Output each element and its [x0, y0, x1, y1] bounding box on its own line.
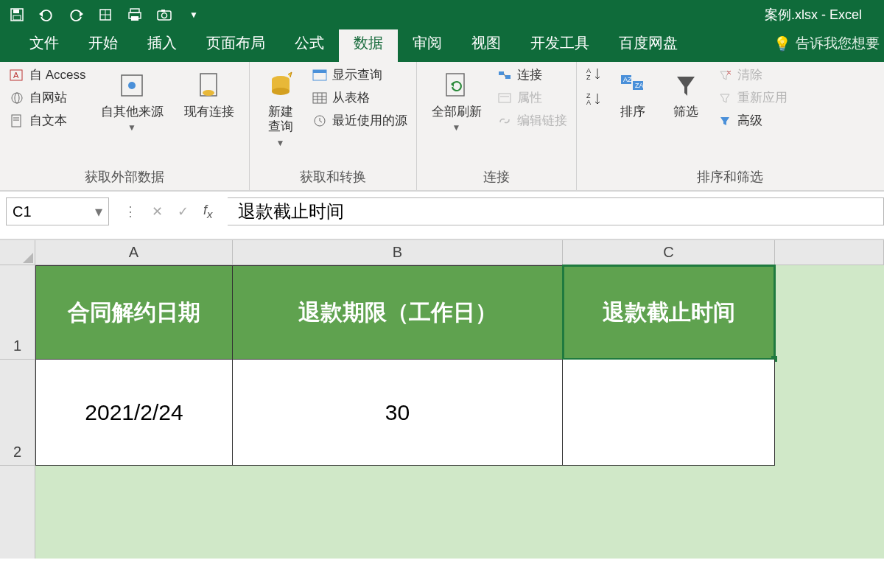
enter-formula-icon[interactable]: ✓ — [178, 203, 189, 220]
cell-d2[interactable] — [775, 360, 884, 466]
group-get-transform: 新建 查询 ▼ 显示查询 从表格 最近使用的源 获取和转换 — [250, 62, 417, 190]
tab-page-layout[interactable]: 页面布局 — [192, 26, 280, 62]
col-header-b[interactable]: B — [233, 240, 563, 265]
window-title: 案例.xlsx - Excel — [765, 6, 862, 24]
show-queries-icon — [312, 68, 328, 83]
row-header-1[interactable]: 1 — [0, 265, 35, 360]
chevron-down-icon: ▼ — [276, 138, 285, 148]
existing-connections-button[interactable]: 现有连接 — [178, 66, 240, 122]
qat-customize-icon[interactable]: ▼ — [186, 7, 202, 23]
cell-b1[interactable]: 退款期限（工作日） — [233, 265, 563, 360]
access-icon: A — [9, 68, 25, 83]
chevron-down-icon[interactable]: ▾ — [95, 203, 102, 220]
edit-links-label: 编辑链接 — [517, 112, 567, 129]
sort-desc-icon: ZA — [586, 91, 602, 106]
svg-rect-11 — [161, 10, 165, 12]
col-header-a[interactable]: A — [35, 240, 233, 265]
svg-line-37 — [504, 74, 505, 77]
filter-button[interactable]: 筛选 — [664, 66, 708, 122]
refresh-icon — [441, 69, 473, 102]
cell-d3[interactable] — [775, 466, 884, 559]
title-bar: ▼ 案例.xlsx - Excel — [0, 0, 884, 29]
undo-icon[interactable] — [38, 7, 55, 23]
svg-rect-38 — [499, 94, 511, 102]
reapply-button: 重新应用 — [717, 89, 787, 106]
svg-point-25 — [272, 88, 290, 95]
refresh-all-button[interactable]: 全部刷新 ▼ — [426, 66, 488, 136]
svg-rect-27 — [313, 70, 326, 73]
lightbulb-icon: 💡 — [774, 35, 791, 52]
sort-button[interactable]: AZZA 排序 — [611, 66, 655, 122]
tab-review[interactable]: 审阅 — [398, 26, 457, 62]
recent-sources-button[interactable]: 最近使用的源 — [312, 112, 407, 129]
save-icon[interactable] — [9, 7, 25, 23]
from-text-label: 自文本 — [29, 112, 67, 129]
show-queries-button[interactable]: 显示查询 — [312, 66, 407, 83]
from-table-button[interactable]: 从表格 — [312, 89, 407, 106]
from-web-button[interactable]: 自网站 — [9, 89, 86, 106]
tell-me-search[interactable]: 💡 告诉我您想要 — [774, 34, 884, 62]
tab-view[interactable]: 视图 — [457, 26, 516, 62]
other-sources-icon — [116, 69, 148, 102]
tab-file[interactable]: 文件 — [15, 26, 74, 62]
tab-home[interactable]: 开始 — [74, 26, 133, 62]
col-header-c[interactable]: C — [563, 240, 775, 265]
sort-asc-button[interactable]: AZ — [586, 66, 602, 81]
formula-value: 退款截止时间 — [238, 200, 344, 223]
touch-mode-icon[interactable] — [97, 7, 113, 23]
cell-b2[interactable]: 30 — [233, 360, 563, 466]
select-all-corner[interactable] — [0, 240, 35, 265]
ribbon: A自 Access 自网站 自文本 自其他来源 ▼ 现有连接 获取外部数据 新建… — [0, 62, 884, 192]
edit-links-icon — [497, 113, 513, 128]
row-header-2[interactable]: 2 — [0, 360, 35, 466]
new-query-icon — [264, 69, 297, 102]
formula-options-icon[interactable]: ⋮ — [124, 203, 137, 220]
svg-text:ZA: ZA — [635, 82, 644, 89]
formula-bar-buttons: ⋮ ✕ ✓ fx — [109, 203, 228, 220]
connections-button[interactable]: 连接 — [497, 66, 567, 83]
tab-data[interactable]: 数据 — [339, 26, 398, 62]
from-text-button[interactable]: 自文本 — [9, 112, 86, 129]
row-headers-column: 1 2 — [0, 240, 35, 588]
sort-asc-icon: AZ — [586, 66, 602, 81]
fx-icon[interactable]: fx — [203, 203, 213, 220]
cell-c2[interactable] — [563, 360, 775, 466]
col-header-d[interactable] — [775, 240, 884, 265]
clear-filter-button: 清除 — [717, 66, 787, 83]
sort-desc-button[interactable]: ZA — [586, 91, 602, 106]
row-header-3[interactable] — [0, 466, 35, 559]
from-other-sources-button[interactable]: 自其他来源 ▼ — [95, 66, 169, 136]
grid: A B C 合同解约日期 退款期限（工作日） 退款截止时间 2021/2/24 … — [35, 240, 884, 588]
print-icon[interactable] — [127, 7, 143, 23]
tab-developer[interactable]: 开发工具 — [516, 26, 604, 62]
svg-point-22 — [203, 90, 214, 96]
reapply-label: 重新应用 — [737, 89, 787, 106]
cancel-formula-icon[interactable]: ✕ — [152, 203, 163, 220]
tab-baidu-netdisk[interactable]: 百度网盘 — [604, 26, 692, 62]
cell-a2[interactable]: 2021/2/24 — [35, 360, 233, 466]
properties-button: 属性 — [497, 89, 567, 106]
recent-icon — [312, 113, 328, 128]
advanced-filter-button[interactable]: 高级 — [717, 112, 787, 129]
cell-c1[interactable]: 退款截止时间 — [563, 265, 775, 360]
group-sort-filter-label: 排序和筛选 — [586, 165, 875, 190]
table-icon — [312, 91, 328, 105]
tab-insert[interactable]: 插入 — [133, 26, 192, 62]
clear-icon — [717, 68, 733, 83]
cell-c3[interactable] — [563, 466, 775, 559]
cell-a1[interactable]: 合同解约日期 — [35, 265, 233, 360]
chevron-down-icon: ▼ — [452, 122, 461, 133]
redo-icon[interactable] — [68, 7, 84, 23]
from-access-button[interactable]: A自 Access — [9, 66, 86, 83]
formula-input[interactable]: 退款截止时间 — [228, 197, 884, 225]
svg-rect-1 — [13, 10, 19, 13]
cell-d1[interactable] — [775, 265, 884, 360]
cell-b3[interactable] — [233, 466, 563, 559]
new-query-button[interactable]: 新建 查询 ▼ — [259, 66, 303, 151]
camera-icon[interactable] — [156, 7, 172, 23]
cell-a3[interactable] — [35, 466, 233, 559]
tab-formulas[interactable]: 公式 — [280, 26, 339, 62]
from-web-label: 自网站 — [29, 89, 67, 106]
svg-text:Z: Z — [586, 74, 591, 81]
name-box[interactable]: C1 ▾ — [6, 197, 109, 225]
